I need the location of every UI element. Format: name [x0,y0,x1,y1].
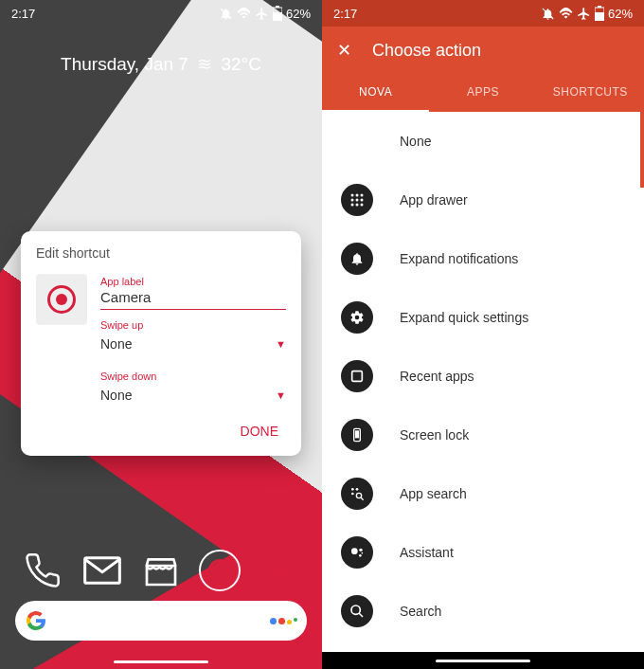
tab-apps[interactable]: APPS [429,74,536,112]
dnd-icon [541,7,555,21]
svg-point-26 [351,548,358,554]
status-icons: 62% [219,6,311,21]
action-list[interactable]: None App drawer Expand notifications Exp… [322,112,644,654]
camera-app-icon[interactable] [197,548,242,593]
misc-app-icon[interactable]: M [257,548,302,593]
tab-shortcuts[interactable]: SHORTCUTS [537,74,644,112]
search-icon [341,595,373,627]
assistant-icon[interactable] [270,618,297,624]
swipe-up-dropdown[interactable]: None ▼ [100,331,286,361]
bell-icon [341,243,373,275]
mail-app-icon[interactable] [80,548,125,593]
home-screen: 2:17 62% Thursday, Jan 7 ≋ 32°C Edit sho… [0,0,322,669]
phone-lock-icon [341,419,373,451]
status-time: 2:17 [333,7,357,21]
stack-icon [341,360,373,392]
assistant-icon [341,536,373,569]
action-expand-quick-settings[interactable]: Expand quick settings [322,288,644,347]
svg-point-24 [356,493,361,497]
status-time: 2:17 [11,7,35,21]
store-app-icon[interactable] [138,548,184,593]
svg-point-10 [356,194,359,197]
svg-point-11 [361,194,364,197]
dialog-title: Edit shortcut [36,245,286,261]
svg-point-12 [351,199,354,202]
battery-icon [595,6,604,21]
svg-point-27 [359,549,362,551]
wifi-icon [237,7,251,21]
svg-line-25 [361,497,364,500]
chooser-title: Choose action [372,41,481,61]
action-recent-apps[interactable]: Recent apps [322,347,644,406]
dnd-icon [219,7,233,21]
dock: M [0,548,322,593]
svg-point-14 [361,199,364,202]
wifi-icon [559,7,573,21]
status-icons: 62% [541,6,633,21]
grid-icon [341,184,373,216]
svg-point-21 [351,488,354,491]
close-button[interactable]: ✕ [337,40,351,61]
airplane-icon [255,7,269,21]
tab-nova[interactable]: NOVA [322,74,429,112]
svg-point-9 [351,194,354,197]
battery-icon [273,6,282,21]
battery-percent: 62% [286,7,311,21]
scroll-indicator [640,112,644,188]
airplane-icon [577,7,591,21]
svg-rect-3 [273,12,282,21]
weather-icon: ≋ [197,54,212,74]
svg-rect-7 [598,6,601,8]
swipe-down-caption: Swipe down [100,371,286,382]
phone-app-icon[interactable] [20,548,65,593]
app-label-caption: App label [100,276,286,287]
app-label-input[interactable] [100,287,286,310]
svg-rect-2 [276,6,279,8]
action-none[interactable]: None [322,112,644,171]
status-bar: 2:17 62% [0,0,322,27]
google-logo-icon [25,609,47,632]
choose-action-screen: 2:17 62% ✕ Choose action NOVA APPS SHORT… [322,0,644,669]
chooser-header: ✕ Choose action NOVA APPS SHORTCUTS [322,27,644,112]
google-search-bar[interactable] [15,601,307,641]
done-button[interactable]: DONE [233,418,286,444]
svg-line-31 [359,613,363,617]
action-search[interactable]: Search [322,582,644,641]
chevron-down-icon: ▼ [276,338,286,350]
nav-handle[interactable] [114,660,208,663]
swipe-up-value: None [100,336,132,352]
swipe-up-caption: Swipe up [100,319,286,331]
svg-point-30 [351,606,360,614]
swipe-down-dropdown[interactable]: None ▼ [100,382,286,412]
search-grid-icon [341,478,373,510]
camera-icon [47,285,76,314]
svg-point-22 [356,488,359,491]
action-app-search[interactable]: App search [322,464,644,523]
svg-point-15 [351,204,354,207]
status-bar: 2:17 62% [322,0,644,27]
nav-bar[interactable] [322,652,644,669]
temperature: 32°C [221,54,260,74]
swipe-down-value: None [100,388,132,403]
edit-shortcut-dialog: Edit shortcut App label Swipe up None ▼ … [21,231,301,456]
svg-rect-20 [355,430,359,438]
chevron-down-icon: ▼ [276,389,286,401]
svg-point-17 [361,204,364,207]
svg-rect-8 [595,12,604,21]
svg-point-16 [356,204,359,207]
action-screen-lock[interactable]: Screen lock [322,406,644,464]
app-icon-picker[interactable] [36,274,87,325]
action-app-drawer[interactable]: App drawer [322,171,644,229]
date-weather-widget[interactable]: Thursday, Jan 7 ≋ 32°C [0,53,322,75]
action-expand-notifications[interactable]: Expand notifications [322,229,644,288]
gear-icon [341,301,373,334]
date-text: Thursday, Jan 7 [61,54,188,74]
none-icon [341,125,373,157]
battery-percent: 62% [608,7,633,21]
svg-point-13 [356,199,359,202]
tab-bar: NOVA APPS SHORTCUTS [322,74,644,112]
svg-rect-18 [352,371,363,382]
action-assistant[interactable]: Assistant [322,523,644,582]
svg-point-29 [362,552,364,554]
svg-point-28 [359,554,362,557]
